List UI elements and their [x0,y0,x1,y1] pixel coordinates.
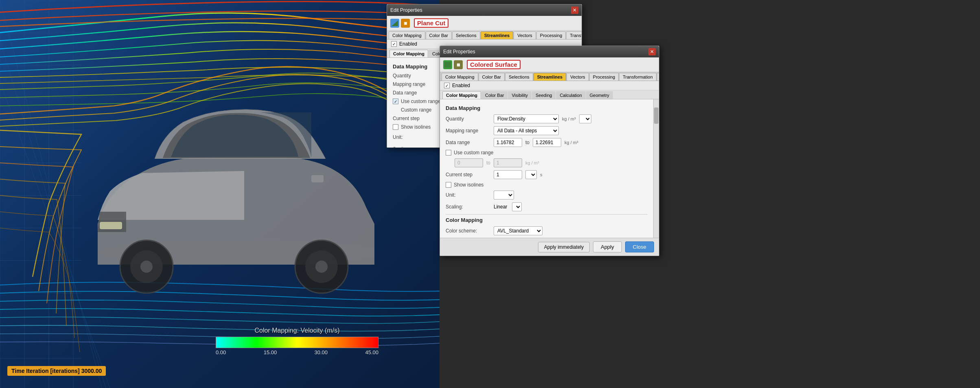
cs-quantity-select[interactable]: Flow:Density [494,114,559,123]
dialog-plane-cut-close[interactable]: ✕ [571,7,578,14]
cs-quantity-unit: kg / m³ [562,116,576,121]
tab-transform-cs[interactable]: Transformation [619,73,656,81]
cs-color-scheme-select[interactable]: AVL_Standard [494,226,542,235]
cs-divider [446,214,648,215]
colorbar-ticks: 0.00 15.00 30.00 45.00 [216,349,378,355]
apply-button[interactable]: Apply [593,241,622,252]
colored-surface-object-title: Colored Surface [467,60,521,69]
close-button[interactable]: Close [625,241,654,252]
cs-color-scheme-label: Color scheme: [446,228,490,234]
cs-mapping-range-row: Mapping range All Data - All steps [446,126,648,135]
cs-data-range-to[interactable]: 1.22691 [533,138,561,147]
cs-scaling-select[interactable]: ▼ [512,202,522,211]
tab-vectors-cs[interactable]: Vectors [567,73,589,81]
cs-custom-from[interactable] [455,158,483,167]
cs-data-range-from[interactable]: 1.16782 [494,138,522,147]
tab-color-bar-pc[interactable]: Color Bar [426,31,452,39]
sub-tab-geometry-cs[interactable]: Geometry [586,91,613,99]
colored-surface-outer-tabs: Color Mapping Color Bar Selections Strea… [440,72,659,81]
tab-processing-cs[interactable]: Processing [589,73,619,81]
pc-current-step-label: Current step [393,116,438,121]
tab-streamlines-cs[interactable]: Streamlines [534,73,566,81]
dialog-colored-surface-title: Edit Properties [443,49,475,55]
pc-custom-range-val-label: Custom range [401,107,446,113]
cs-unit-label: Unit: [446,192,490,198]
cs-custom-range-label: Use custom range [454,150,493,156]
svg-rect-21 [100,222,122,229]
tab-vectors-pc[interactable]: Vectors [514,31,536,39]
dialog-plane-cut-title: Edit Properties [390,7,422,13]
cs-custom-to[interactable] [494,158,522,167]
tab-streamlines-pc[interactable]: Streamlines [481,31,513,39]
dialog-colored-surface: Edit Properties ✕ ▦ Colored Surface Colo… [440,46,659,256]
tab-transform-pc[interactable]: Transformation [566,31,582,39]
tab-color-mapping-pc[interactable]: Color Mapping [389,31,425,39]
svg-point-24 [140,261,153,273]
dialog-colored-surface-titlebar[interactable]: Edit Properties ✕ [440,46,659,57]
sub-tab-calculation-cs[interactable]: Calculation [556,91,585,99]
pc-show-isolines-label: Show isolines [401,124,431,130]
colored-surface-enabled-row: ✓ Enabled [440,81,659,90]
cs-section-color-mapping: Color Mapping [446,217,648,223]
dialog-colored-surface-close[interactable]: ✕ [648,48,656,55]
cs-section-data-mapping: Data Mapping [446,105,648,111]
svg-marker-30 [444,62,451,68]
dialog-plane-cut-titlebar[interactable]: Edit Properties ✕ [387,4,582,16]
sub-tab-color-bar-cs[interactable]: Color Bar [481,91,508,99]
colored-surface-enabled-check[interactable]: ✓ [444,83,450,88]
plane-cut-enabled-check[interactable]: ✓ [391,41,397,47]
tab-selections-pc[interactable]: Selections [452,31,480,39]
cs-quantity-unit-select[interactable]: ▼ [579,114,591,123]
cs-unit-row: Unit: [446,191,648,199]
colorbar-label: Color Mapping: Velocity (m/s) [216,327,378,334]
cs-scaling-value: Linear [494,204,507,210]
cs-data-range-unit: kg / m³ [564,140,578,145]
colored-surface-content: Data Mapping Quantity Flow:Density kg / … [440,99,659,238]
plane-cut-enabled-label: Enabled [399,41,417,47]
sub-tab-color-mapping-cs[interactable]: Color Mapping [442,91,481,99]
cs-show-isolines-label: Show isolines [454,182,483,188]
pc-custom-range-check[interactable]: ✓ [393,99,398,104]
sub-tab-seeding-cs[interactable]: Seeding [532,91,556,99]
colored-surface-icon2: ▦ [454,60,463,69]
pc-custom-range-label: Use custom range [401,99,440,104]
colored-surface-icon1 [443,60,452,69]
sub-tab-visibility-cs[interactable]: Visibility [508,91,532,99]
cs-scrollbar[interactable] [653,99,659,238]
cs-data-range-label: Data range [446,140,490,145]
cs-unit-select[interactable] [494,191,514,199]
cs-show-isolines-row: Show isolines [446,182,648,188]
colored-surface-enabled-label: Enabled [452,83,470,88]
svg-point-27 [315,261,328,273]
tab-selections-cs[interactable]: Selections [505,73,533,81]
pc-mapping-range-label: Mapping range [393,81,438,87]
cs-current-step-input[interactable] [494,170,522,179]
tick-0: 0.00 [216,349,226,355]
cs-current-step-label: Current step [446,172,490,178]
cs-custom-range-check[interactable] [446,150,451,156]
plane-cut-object-title: Plane Cut [414,18,448,28]
tab-info-cs[interactable]: Info [657,73,659,81]
cs-mapping-range-select[interactable]: All Data - All steps [494,126,559,135]
plane-cut-icon1 [390,19,399,28]
pc-unit-label: Unit: [393,134,438,140]
cs-scaling-row: Scaling: Linear ▼ [446,202,648,211]
cs-current-step-unit: s [540,172,542,177]
tick-15: 15.00 [264,349,277,355]
cs-current-step-row: Current step ▼ s [446,170,648,179]
tab-processing-pc[interactable]: Processing [536,31,566,39]
sub-tab-color-mapping-pc[interactable]: Color Mapping [389,50,428,57]
pc-scaling-label: Scaling: [393,146,438,147]
apply-immediately-button[interactable]: Apply immediately [538,242,590,252]
cs-custom-range-vals: to kg / m³ [455,158,648,167]
plane-cut-outer-tabs: Color Mapping Color Bar Selections Strea… [387,31,582,39]
pc-show-isolines-check[interactable] [393,124,398,130]
colored-surface-icon-row: ▦ Colored Surface [440,57,659,72]
tab-color-mapping-cs[interactable]: Color Mapping [442,73,478,81]
dialog-actions: Apply immediately Apply Close [440,238,659,256]
cs-show-isolines-check[interactable] [446,182,451,188]
time-iteration-badge: Time Iteration [iterations] 3000.00 [7,366,106,376]
tab-color-bar-cs[interactable]: Color Bar [479,73,505,81]
cs-current-step-select[interactable]: ▼ [525,170,537,179]
cs-scrollbar-thumb[interactable] [654,107,658,124]
